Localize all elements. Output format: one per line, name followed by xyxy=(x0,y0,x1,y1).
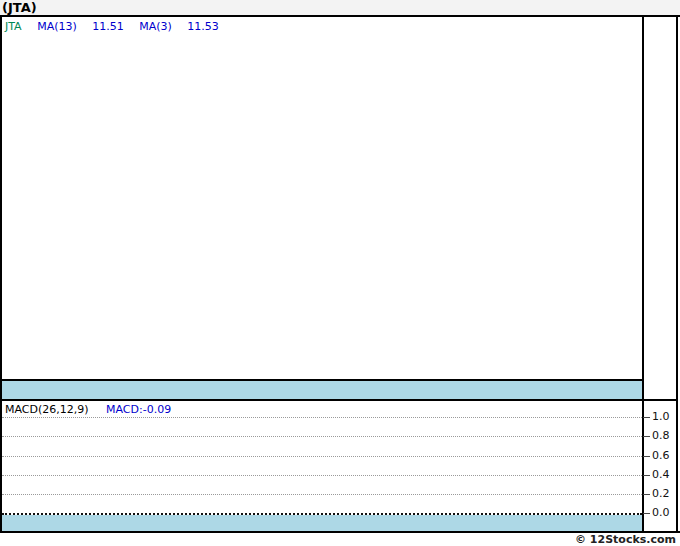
macd-legend: MACD(26,12,9) MACD:-0.09 xyxy=(5,403,171,416)
ma3-value: 11.53 xyxy=(187,20,219,33)
macd-gridline-0.8 xyxy=(2,436,642,437)
macd-axis-tick xyxy=(643,436,650,437)
ma13-label: MA(13) xyxy=(37,20,77,33)
macd-axis-label: 0.8 xyxy=(652,429,678,443)
macd-axis-label: 0.0 xyxy=(652,506,678,520)
macd-axis-tick xyxy=(643,513,650,514)
footer: © 12Stocks.com xyxy=(0,533,678,546)
main-panel-bottom-band xyxy=(2,381,642,399)
macd-axis-label: 0.4 xyxy=(652,468,678,482)
main-price-panel: JTA MA(13) 11.51 MA(3) 11.53 xyxy=(2,17,642,379)
macd-current-value: MACD:-0.09 xyxy=(106,403,171,416)
copyright-label: © 12Stocks.com xyxy=(575,533,676,546)
title-bar: (JTA) xyxy=(0,0,680,15)
ticker-symbol-label: JTA xyxy=(5,20,22,33)
macd-params-label: MACD(26,12,9) xyxy=(5,403,89,416)
macd-gridline-0.2 xyxy=(2,494,642,495)
macd-axis-label: 0.2 xyxy=(652,487,678,501)
page-title: (JTA) xyxy=(2,0,37,15)
macd-gridline-0.6 xyxy=(2,456,642,457)
macd-gridline-1.0 xyxy=(2,417,642,418)
macd-axis-tick xyxy=(643,475,650,476)
right-axis-line xyxy=(642,17,644,531)
macd-axis-label: 1.0 xyxy=(652,410,678,424)
macd-axis-label: 0.6 xyxy=(652,449,678,463)
macd-axis-tick xyxy=(643,456,650,457)
macd-panel-bottom-band xyxy=(2,515,642,531)
stock-chart-page: (JTA) JTA MA(13) 11.51 MA(3) 11.53 MACD(… xyxy=(0,0,680,546)
macd-gridline-0.4 xyxy=(2,475,642,476)
main-chart-legend: JTA MA(13) 11.51 MA(3) 11.53 xyxy=(5,20,219,33)
ma3-label: MA(3) xyxy=(139,20,172,33)
macd-panel: MACD(26,12,9) MACD:-0.09 xyxy=(2,401,642,515)
ma13-value: 11.51 xyxy=(92,20,124,33)
macd-axis-tick xyxy=(643,417,650,418)
macd-axis-tick xyxy=(643,494,650,495)
